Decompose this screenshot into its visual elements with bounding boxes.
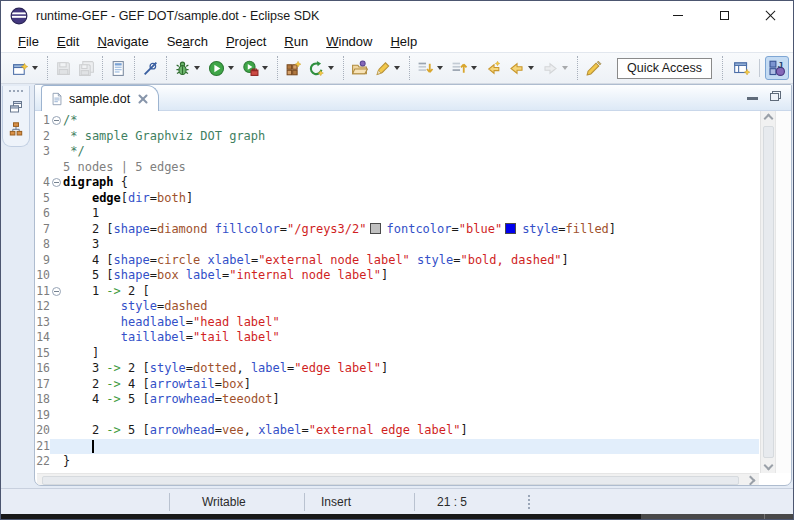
dropdown-arrow-icon[interactable] [394, 66, 400, 70]
code-text[interactable]: headlabel="head label" [63, 315, 759, 331]
code-line[interactable]: 12 style=dashed [35, 299, 759, 315]
back-button[interactable] [505, 57, 539, 80]
quick-access-input[interactable]: Quick Access [617, 58, 712, 79]
code-text[interactable]: taillabel="tail label" [63, 330, 759, 346]
code-text[interactable]: * sample Graphviz DOT graph [63, 129, 759, 145]
code-text[interactable]: 1 [63, 206, 759, 222]
debug-button[interactable] [171, 57, 205, 80]
tab-sample-dot[interactable]: sample.dot [41, 85, 159, 111]
status-drag-handle[interactable] [528, 495, 530, 509]
code-text[interactable]: edge[dir=both] [63, 191, 759, 207]
code-line[interactable]: 2 * sample Graphviz DOT graph [35, 129, 759, 145]
external-tools-button[interactable] [239, 57, 273, 80]
code-text[interactable]: 4 -> 5 [arrowhead=teeodot] [63, 392, 759, 408]
previous-annotation-button[interactable] [448, 57, 482, 80]
menu-navigate[interactable]: Navigate [88, 32, 157, 51]
mark-occurrences-button[interactable] [582, 57, 605, 80]
code-text[interactable]: ] [63, 346, 759, 362]
code-text[interactable]: */ [63, 144, 759, 160]
dropdown-arrow-icon[interactable] [471, 66, 477, 70]
code-mining-text[interactable]: 5 nodes | 5 edges [63, 160, 186, 174]
minimize-button[interactable] [655, 1, 701, 30]
horizontal-scrollbar[interactable] [37, 473, 759, 486]
code-line[interactable]: 20 2 -> 5 [arrowhead=vee, xlabel="extern… [35, 423, 759, 439]
update-button[interactable] [305, 57, 339, 80]
restore-views-button[interactable] [5, 96, 27, 118]
menu-file[interactable]: File [9, 32, 48, 51]
menu-run[interactable]: Run [275, 32, 317, 51]
maximize-editor-icon[interactable] [770, 91, 781, 101]
run-button[interactable] [205, 57, 239, 80]
code-text[interactable]: /* [63, 113, 759, 129]
code-line[interactable]: 5 edge[dir=both] [35, 191, 759, 207]
vertical-scrollbar[interactable] [760, 111, 775, 473]
dropdown-arrow-icon[interactable] [437, 66, 443, 70]
vertical-scroll-thumb[interactable] [763, 126, 774, 458]
dropdown-arrow-icon[interactable] [528, 66, 534, 70]
code-line[interactable]: 14 taillabel="tail label" [35, 330, 759, 346]
dropdown-arrow-icon[interactable] [228, 66, 234, 70]
minimize-editor-icon[interactable] [747, 93, 758, 100]
dropdown-arrow-icon[interactable] [328, 66, 334, 70]
code-line[interactable]: 16 3 -> 2 [style=dotted, label="edge lab… [35, 361, 759, 377]
code-line[interactable]: 3 */ [35, 144, 759, 160]
next-annotation-button[interactable] [414, 57, 448, 80]
code-line[interactable]: 4digraph { [35, 175, 759, 191]
code-text[interactable] [63, 439, 759, 455]
dropdown-arrow-icon[interactable] [562, 66, 568, 70]
overview-ruler[interactable] [775, 111, 791, 473]
open-element-button[interactable] [107, 57, 130, 80]
code-text[interactable]: 3 -> 2 [style=dotted, label="edge label"… [63, 361, 759, 377]
code-text[interactable]: 1 -> 2 [ [63, 284, 759, 300]
trim-drag-handle[interactable] [9, 90, 23, 92]
code-mining-line[interactable]: 5 nodes | 5 edges [35, 160, 759, 176]
code-text[interactable]: 2 -> 4 [arrowtail=box] [63, 377, 759, 393]
text-editor[interactable]: 1/*2 * sample Graphviz DOT graph3 */5 no… [35, 111, 791, 473]
code-line[interactable]: 15 ] [35, 346, 759, 362]
menu-help[interactable]: Help [381, 32, 426, 51]
tab-close-icon[interactable] [138, 94, 148, 104]
menu-project[interactable]: Project [217, 32, 275, 51]
code-text[interactable]: 5 nodes | 5 edges [63, 160, 759, 176]
fold-collapse-icon[interactable] [52, 287, 61, 296]
new-button[interactable] [9, 57, 43, 80]
code-line[interactable]: 10 5 [shape=box label="internal node lab… [35, 268, 759, 284]
code-text[interactable]: 3 [63, 237, 759, 253]
new-plugin-button[interactable] [282, 57, 305, 80]
code-text[interactable] [63, 408, 759, 424]
outline-view-button[interactable] [5, 118, 27, 140]
open-perspective-button[interactable] [730, 56, 754, 80]
code-text[interactable]: style=dashed [63, 299, 759, 315]
code-text[interactable]: 4 [shape=circle xlabel="external node la… [63, 253, 759, 269]
code-text[interactable]: 5 [shape=box label="internal node label"… [63, 268, 759, 284]
code-line[interactable]: 21 [35, 439, 759, 455]
code-text[interactable]: } [63, 454, 759, 470]
code-text[interactable]: 2 [shape=diamond fillcolor="/greys3/2"fo… [63, 222, 759, 238]
code-line[interactable]: 18 4 -> 5 [arrowhead=teeodot] [35, 392, 759, 408]
horizontal-scroll-thumb[interactable] [42, 476, 739, 485]
menu-window[interactable]: Window [317, 32, 381, 51]
maximize-button[interactable] [701, 1, 747, 30]
close-button[interactable] [747, 1, 793, 30]
fold-collapse-icon[interactable] [52, 178, 61, 187]
scroll-up-icon[interactable] [763, 114, 773, 124]
menu-edit[interactable]: Edit [48, 32, 88, 51]
code-line[interactable]: 8 3 [35, 237, 759, 253]
code-line[interactable]: 6 1 [35, 206, 759, 222]
code-line[interactable]: 7 2 [shape=diamond fillcolor="/greys3/2"… [35, 222, 759, 238]
menu-search[interactable]: Search [158, 32, 217, 51]
scroll-right-icon[interactable] [746, 476, 756, 486]
dropdown-arrow-icon[interactable] [32, 66, 38, 70]
scroll-down-icon[interactable] [763, 461, 773, 471]
fold-collapse-icon[interactable] [52, 116, 61, 125]
annotate-button[interactable] [371, 57, 405, 80]
java-perspective-button[interactable]: J [765, 56, 789, 80]
code-text[interactable]: 2 -> 5 [arrowhead=vee, xlabel="external … [63, 423, 759, 439]
code-line[interactable]: 19 [35, 408, 759, 424]
open-resource-button[interactable] [348, 57, 371, 80]
code-line[interactable]: 1/* [35, 113, 759, 129]
dropdown-arrow-icon[interactable] [194, 66, 200, 70]
code-text[interactable]: digraph { [63, 175, 759, 191]
skip-all-breakpoints-button[interactable] [139, 57, 162, 80]
code-line[interactable]: 17 2 -> 4 [arrowtail=box] [35, 377, 759, 393]
